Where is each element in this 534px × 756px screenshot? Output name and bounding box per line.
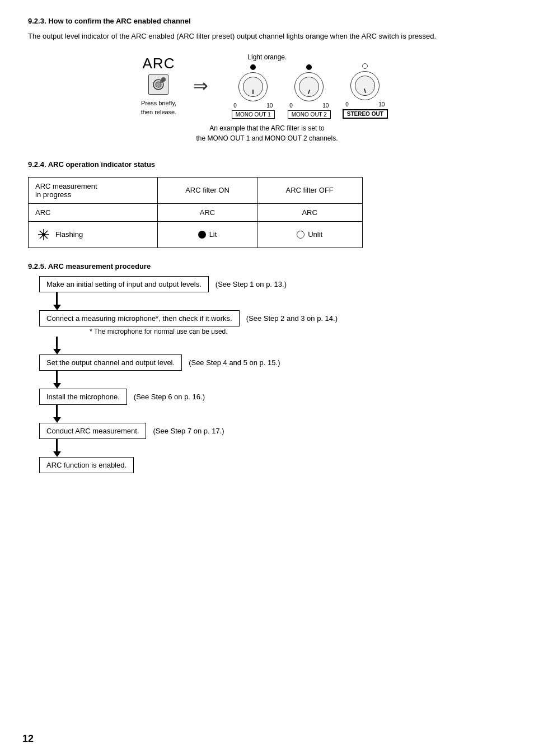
output-channels: Light orange. 010 MONO OUT 1 — [225, 53, 393, 119]
flow-step-2: Connect a measuring microphone*, then ch… — [39, 310, 338, 326]
knob-inner-mono1 — [243, 77, 263, 97]
cell-flashing: Flashing — [29, 221, 158, 248]
arc-press-text: Press briefly,then release. — [141, 99, 177, 116]
channel-mono-out-2: 010 MONO OUT 2 — [281, 64, 337, 119]
arrow-right: ⇒ — [193, 75, 208, 96]
flow-step-1: Make an initial setting of input and out… — [39, 276, 287, 292]
flow-note-2: (See Step 2 and 3 on p. 14.) — [246, 314, 338, 323]
knob-inner-stereo — [355, 76, 375, 96]
knob-scale-mono1: 010 — [233, 102, 273, 109]
flow-arrow-4 — [56, 405, 61, 423]
flow-sub-2: * The microphone for normal use can be u… — [90, 328, 228, 335]
knob-inner-mono2 — [299, 77, 319, 97]
channel-mono-out-1: 010 MONO OUT 1 — [225, 64, 281, 119]
flow-note-5: (See Step 7 on p. 17.) — [153, 427, 224, 435]
header-measurement: ARC measurementin progress — [29, 177, 158, 203]
flow-step-4: Install the microphone. (See Step 6 on p… — [39, 389, 205, 405]
lit-label: Lit — [209, 230, 217, 239]
flow-note-4: (See Step 6 on p. 16.) — [134, 393, 205, 401]
flow-note-3: (See Step 4 and 5 on p. 15.) — [189, 358, 280, 367]
flow-arrow-1 — [56, 292, 61, 310]
header-filter-off: ARC filter OFF — [257, 177, 362, 203]
section-924: 9.2.4. ARC operation indicator status AR… — [28, 160, 506, 248]
section-925-title: 9.2.5. ARC measurement procedure — [28, 262, 506, 270]
cell-lit: Lit — [158, 221, 257, 248]
section-923: 9.2.3. How to confirm the ARC enabled ch… — [28, 17, 506, 42]
indicator-mono2 — [306, 64, 312, 70]
svg-point-2 — [160, 81, 162, 83]
section-924-title: 9.2.4. ARC operation indicator status — [28, 160, 506, 169]
indicator-stereo — [362, 63, 368, 69]
table-row-arc-labels: ARC ARC ARC — [29, 203, 363, 221]
page-number: 12 — [22, 733, 34, 745]
flow-arrow-3 — [56, 371, 61, 389]
indicator-mono1 — [250, 64, 256, 70]
svg-point-1 — [156, 82, 161, 87]
flow-box-1: Make an initial setting of input and out… — [39, 276, 209, 292]
header-filter-on: ARC filter ON — [158, 177, 257, 203]
arc-label-area: ARC Press briefly,then release. — [141, 55, 177, 116]
channel-label-mono1: MONO OUT 1 — [232, 110, 275, 119]
section-925: 9.2.5. ARC measurement procedure Make an… — [28, 262, 506, 473]
arc-operation-table: ARC measurementin progress ARC filter ON… — [28, 177, 363, 248]
knob-mono2 — [294, 72, 324, 101]
cell-unlit: Unlit — [257, 221, 362, 248]
channel-label-mono2: MONO OUT 2 — [288, 110, 331, 119]
knob-mono1 — [238, 72, 268, 101]
channel-stereo-out: 010 STEREO OUT — [337, 63, 393, 119]
cell-arc-label-3: ARC — [257, 203, 362, 221]
flow-arrow-2 — [56, 337, 61, 354]
light-orange-label: Light orange. — [247, 53, 287, 61]
flash-icon — [35, 226, 52, 243]
knob-scale-mono2: 010 — [289, 102, 329, 109]
diagram-caption: An example that the ARC filter is set to… — [196, 123, 338, 143]
unlit-led — [297, 231, 305, 239]
flow-box-5: Conduct ARC measurement. — [39, 423, 146, 439]
cell-arc-label-2: ARC — [158, 203, 257, 221]
cell-arc-label-1: ARC — [29, 203, 158, 221]
lit-led — [198, 231, 206, 239]
channels-row: 010 MONO OUT 1 010 MONO OUT 2 — [225, 63, 393, 119]
arc-label-text: ARC — [143, 55, 175, 72]
svg-point-7 — [42, 233, 45, 236]
section-923-body: The output level indicator of the ARC en… — [28, 31, 506, 42]
table-header-row: ARC measurementin progress ARC filter ON… — [29, 177, 363, 203]
flow-step-3: Set the output channel and output level.… — [39, 354, 280, 371]
flow-arrow-5 — [56, 439, 61, 457]
flow-box-4: Install the microphone. — [39, 389, 127, 405]
flow-step-5: Conduct ARC measurement. (See Step 7 on … — [39, 423, 224, 439]
channel-label-stereo: STEREO OUT — [343, 109, 388, 119]
arc-diagram: ARC Press briefly,then release. ⇒ Light … — [28, 53, 506, 143]
knob-stereo — [350, 71, 380, 100]
arc-button-icon — [148, 74, 168, 95]
knob-scale-stereo: 010 — [345, 101, 385, 108]
flow-note-1: (See Step 1 on p. 13.) — [216, 280, 287, 288]
flowchart: Make an initial setting of input and out… — [39, 276, 506, 473]
flashing-label: Flashing — [55, 230, 83, 239]
section-923-title: 9.2.3. How to confirm the ARC enabled ch… — [28, 17, 506, 25]
unlit-label: Unlit — [308, 230, 322, 239]
table-row-indicators: Flashing Lit Unlit — [29, 221, 363, 248]
flow-step-6: ARC function is enabled. — [39, 457, 134, 473]
flow-box-2: Connect a measuring microphone*, then ch… — [39, 310, 240, 326]
flow-box-3: Set the output channel and output level. — [39, 354, 182, 371]
flow-box-6: ARC function is enabled. — [39, 457, 134, 473]
